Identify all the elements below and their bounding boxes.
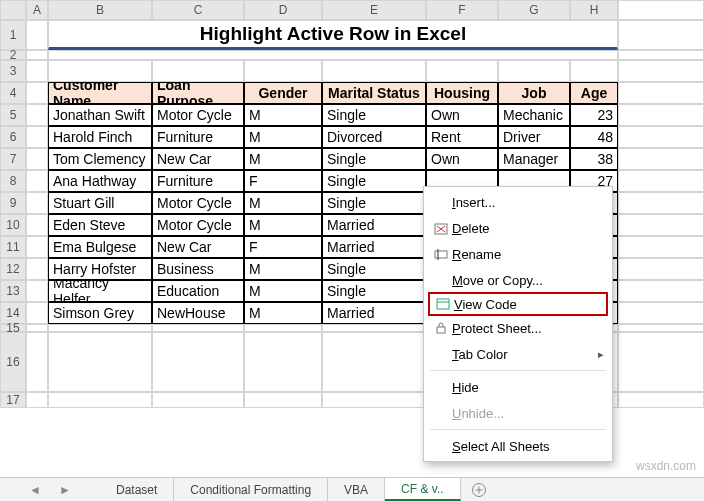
tab-nav[interactable]: ◄ ► [0, 478, 100, 501]
table-cell[interactable]: Tom Clemency [48, 148, 152, 170]
tab-next-icon[interactable]: ► [59, 483, 71, 497]
table-cell[interactable]: Motor Cycle [152, 214, 244, 236]
row-2[interactable]: 2 [0, 50, 26, 60]
ctx-protect-sheet[interactable]: Protect Sheet... [424, 315, 612, 341]
table-cell[interactable]: Own [426, 104, 498, 126]
table-cell[interactable]: Simson Grey [48, 302, 152, 324]
table-cell[interactable]: Single [322, 170, 426, 192]
tab-cf-and-vba[interactable]: CF & v.. [385, 478, 460, 501]
col-C[interactable]: C [152, 0, 244, 20]
row-13[interactable]: 13 [0, 280, 26, 302]
table-cell[interactable]: Married [322, 302, 426, 324]
tab-conditional-formatting[interactable]: Conditional Formatting [174, 478, 328, 501]
tab-dataset[interactable]: Dataset [100, 478, 174, 501]
table-cell[interactable]: Rent [426, 126, 498, 148]
row-11[interactable]: 11 [0, 236, 26, 258]
table-cell[interactable]: Single [322, 148, 426, 170]
table-cell[interactable]: Mechanic [498, 104, 570, 126]
th-loan[interactable]: Loan Purpose [152, 82, 244, 104]
table-cell[interactable]: Own [426, 148, 498, 170]
table-cell[interactable]: Single [322, 104, 426, 126]
table-cell[interactable]: Married [322, 214, 426, 236]
table-cell[interactable]: Ema Bulgese [48, 236, 152, 258]
table-cell[interactable]: Eden Steve [48, 214, 152, 236]
row-3[interactable]: 3 [0, 60, 26, 82]
tab-prev-icon[interactable]: ◄ [29, 483, 41, 497]
ctx-insert[interactable]: Insert... [424, 189, 612, 215]
th-age[interactable]: Age [570, 82, 618, 104]
row-10[interactable]: 10 [0, 214, 26, 236]
select-all-corner[interactable] [0, 0, 26, 20]
table-cell[interactable]: Married [322, 236, 426, 258]
table-cell[interactable]: Harold Finch [48, 126, 152, 148]
table-cell[interactable]: 38 [570, 148, 618, 170]
table-cell[interactable]: M [244, 126, 322, 148]
table-cell[interactable]: M [244, 214, 322, 236]
col-E[interactable]: E [322, 0, 426, 20]
table-cell[interactable]: M [244, 302, 322, 324]
row-16[interactable]: 16 [0, 332, 26, 392]
row-9[interactable]: 9 [0, 192, 26, 214]
table-cell[interactable]: 48 [570, 126, 618, 148]
ctx-move-copy[interactable]: Move or Copy... [424, 267, 612, 293]
ctx-delete[interactable]: Delete [424, 215, 612, 241]
table-cell[interactable]: 23 [570, 104, 618, 126]
table-cell[interactable]: Macancy Helfer [48, 280, 152, 302]
new-sheet-button[interactable] [461, 478, 497, 501]
ctx-view-code[interactable]: View Code [428, 292, 608, 316]
table-cell[interactable]: Single [322, 280, 426, 302]
table-cell[interactable]: Jonathan Swift [48, 104, 152, 126]
col-B[interactable]: B [48, 0, 152, 20]
table-cell[interactable]: Driver [498, 126, 570, 148]
table-cell[interactable]: Furniture [152, 170, 244, 192]
ctx-hide[interactable]: Hide [424, 374, 612, 400]
col-H[interactable]: H [570, 0, 618, 20]
table-cell[interactable]: New Car [152, 236, 244, 258]
ctx-select-all-sheets[interactable]: Select All Sheets [424, 433, 612, 459]
row-1[interactable]: 1 [0, 20, 26, 50]
table-cell[interactable]: Stuart Gill [48, 192, 152, 214]
col-D[interactable]: D [244, 0, 322, 20]
table-cell[interactable]: M [244, 258, 322, 280]
table-cell[interactable]: Harry Hofster [48, 258, 152, 280]
row-12[interactable]: 12 [0, 258, 26, 280]
table-cell[interactable]: F [244, 170, 322, 192]
svg-rect-3 [435, 251, 447, 258]
col-A[interactable]: A [26, 0, 48, 20]
cell-A1[interactable] [26, 20, 48, 50]
row-7[interactable]: 7 [0, 148, 26, 170]
table-cell[interactable]: Furniture [152, 126, 244, 148]
row-8[interactable]: 8 [0, 170, 26, 192]
table-cell[interactable]: M [244, 192, 322, 214]
tab-vba[interactable]: VBA [328, 478, 385, 501]
table-cell[interactable]: Motor Cycle [152, 192, 244, 214]
th-customer[interactable]: Customer Name [48, 82, 152, 104]
table-cell[interactable]: Single [322, 258, 426, 280]
table-cell[interactable]: Divorced [322, 126, 426, 148]
row-17[interactable]: 17 [0, 392, 26, 408]
th-housing[interactable]: Housing [426, 82, 498, 104]
ctx-rename[interactable]: Rename [424, 241, 612, 267]
table-cell[interactable]: F [244, 236, 322, 258]
table-cell[interactable]: NewHouse [152, 302, 244, 324]
table-cell[interactable]: Ana Hathway [48, 170, 152, 192]
table-cell[interactable]: Business [152, 258, 244, 280]
ctx-tab-color[interactable]: Tab Color ▸ [424, 341, 612, 367]
col-G[interactable]: G [498, 0, 570, 20]
row-15[interactable]: 15 [0, 324, 26, 332]
table-cell[interactable]: M [244, 148, 322, 170]
row-4[interactable]: 4 [0, 82, 26, 104]
table-cell[interactable]: Single [322, 192, 426, 214]
table-cell[interactable]: M [244, 104, 322, 126]
col-F[interactable]: F [426, 0, 498, 20]
table-cell[interactable]: Education [152, 280, 244, 302]
th-gender[interactable]: Gender [244, 82, 322, 104]
table-cell[interactable]: Motor Cycle [152, 104, 244, 126]
table-cell[interactable]: M [244, 280, 322, 302]
row-6[interactable]: 6 [0, 126, 26, 148]
table-cell[interactable]: New Car [152, 148, 244, 170]
th-job[interactable]: Job [498, 82, 570, 104]
row-5[interactable]: 5 [0, 104, 26, 126]
table-cell[interactable]: Manager [498, 148, 570, 170]
th-marital[interactable]: Marital Status [322, 82, 426, 104]
